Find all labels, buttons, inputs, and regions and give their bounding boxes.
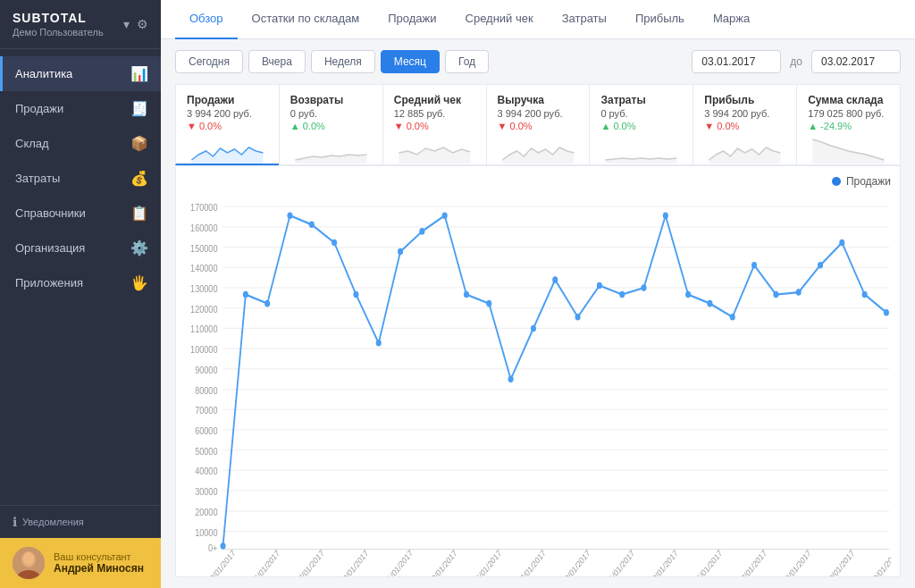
svg-text:150000: 150000 — [190, 243, 218, 254]
chart-dot — [486, 300, 491, 307]
metric-delta: ▼ 0.0% — [187, 121, 268, 131]
mini-chart-sales — [187, 135, 268, 164]
chevron-down-icon[interactable]: ▾ — [123, 17, 130, 31]
svg-text:20000: 20000 — [195, 507, 218, 517]
date-separator: до — [786, 55, 806, 68]
metric-card-profit[interactable]: Прибыль 3 994 200 руб. ▼ 0.0% — [693, 84, 796, 165]
metric-card-revenue[interactable]: Выручка 3 994 200 руб. ▼ 0.0% — [486, 84, 590, 165]
tab-avg-check[interactable]: Средний чек — [451, 0, 548, 39]
metric-delta: ▲ 0.0% — [290, 121, 372, 131]
tab-costs[interactable]: Затраты — [548, 0, 621, 39]
chart-dot — [773, 291, 778, 298]
settings-icon[interactable]: ⚙ — [137, 17, 148, 31]
sidebar-item-label: Затраты — [15, 172, 60, 185]
svg-marker-8 — [606, 158, 677, 164]
main-chart-area: Продажи 170000 160000 150000 140000 1300… — [175, 165, 901, 577]
chart-dot — [597, 282, 602, 290]
chart-container: 170000 160000 150000 140000 130000 12000… — [185, 193, 891, 576]
analytics-icon: 📊 — [130, 65, 148, 82]
svg-text:25/01/2017: 25/01/2017 — [693, 548, 724, 576]
tab-overview[interactable]: Обзор — [175, 0, 238, 39]
sidebar-item-label: Справочники — [15, 206, 86, 220]
svg-text:70000: 70000 — [195, 405, 218, 416]
svg-text:80000: 80000 — [195, 385, 218, 396]
sidebar-item-apps[interactable]: Приложения 🖐️ — [0, 265, 161, 300]
metric-card-warehouse-sum[interactable]: Сумма склада 179 025 800 руб. ▲ -24.9% — [796, 84, 901, 165]
filter-yesterday[interactable]: Вчера — [248, 50, 306, 73]
metric-card-sales[interactable]: Продажи 3 994 200 руб. ▼ 0.0% — [175, 84, 279, 165]
svg-text:50000: 50000 — [195, 446, 218, 457]
metric-title: Средний чек — [394, 94, 475, 106]
svg-text:19/01/2017: 19/01/2017 — [560, 548, 592, 576]
chart-dot — [818, 262, 823, 269]
sidebar: SUBTOTAL Демо Пользователь ▾ ⚙ Аналитика… — [0, 0, 161, 588]
main-content: Обзор Остатки по складам Продажи Средний… — [161, 0, 915, 588]
sidebar-notifications[interactable]: ℹ Уведомления — [0, 505, 161, 538]
mini-chart-costs — [600, 135, 682, 164]
mini-chart-avg-check — [394, 135, 475, 164]
svg-point-3 — [23, 552, 34, 565]
chart-dot — [398, 248, 403, 256]
chart-dot — [221, 542, 226, 550]
metric-delta: ▲ 0.0% — [600, 121, 682, 131]
svg-text:27/01/2017: 27/01/2017 — [737, 548, 768, 576]
svg-text:120000: 120000 — [190, 304, 218, 315]
chart-dot — [862, 291, 868, 298]
svg-text:160000: 160000 — [190, 223, 218, 233]
svg-text:40000: 40000 — [195, 466, 218, 477]
sidebar-header-actions: ▾ ⚙ — [123, 17, 148, 31]
chart-dot — [442, 212, 448, 219]
sidebar-item-costs[interactable]: Затраты 💰 — [0, 161, 161, 196]
legend-dot-sales — [832, 177, 841, 186]
chart-dot — [707, 300, 712, 307]
chart-dot — [751, 262, 757, 269]
filter-week[interactable]: Неделя — [311, 50, 375, 73]
apps-icon: 🖐️ — [130, 274, 148, 291]
filter-today[interactable]: Сегодня — [175, 50, 243, 73]
chart-dot — [332, 239, 337, 247]
chart-dot — [287, 212, 292, 219]
line-chart: 170000 160000 150000 140000 130000 12000… — [185, 193, 891, 576]
notifications-label: Уведомления — [22, 517, 84, 527]
costs-icon: 💰 — [130, 170, 148, 187]
metric-value: 3 994 200 руб. — [187, 108, 268, 119]
metric-delta: ▲ -24.9% — [808, 121, 889, 131]
metric-card-avg-check[interactable]: Средний чек 12 885 руб. ▼ 0.0% — [382, 84, 486, 165]
svg-text:11/01/2017: 11/01/2017 — [383, 548, 415, 576]
sidebar-item-sales[interactable]: Продажи 🧾 — [0, 91, 161, 126]
metric-card-returns[interactable]: Возвраты 0 руб. ▲ 0.0% — [279, 84, 382, 165]
filter-bar: Сегодня Вчера Неделя Месяц Год до — [161, 39, 915, 84]
svg-text:13/01/2017: 13/01/2017 — [427, 548, 458, 576]
sidebar-item-label: Организация — [15, 241, 85, 255]
sales-icon: 🧾 — [130, 100, 148, 117]
tab-margin[interactable]: Маржа — [699, 0, 764, 39]
mini-chart-revenue — [498, 135, 579, 164]
metric-card-costs[interactable]: Затраты 0 руб. ▲ 0.0% — [589, 84, 693, 165]
svg-text:0+: 0+ — [208, 542, 217, 553]
tab-stock[interactable]: Остатки по складам — [238, 0, 374, 39]
metric-title: Сумма склада — [808, 94, 889, 106]
date-to-input[interactable] — [811, 50, 901, 73]
chart-dot — [730, 314, 735, 321]
metric-title: Затраты — [600, 94, 682, 106]
sidebar-consultant[interactable]: Ваш консультант Андрей Миносян — [0, 538, 161, 588]
sidebar-user-name: Демо Пользователь — [13, 27, 104, 38]
references-icon: 📋 — [130, 205, 148, 222]
date-from-input[interactable] — [692, 50, 781, 73]
sidebar-item-analytics[interactable]: Аналитика 📊 — [0, 56, 161, 91]
svg-text:17/01/2017: 17/01/2017 — [516, 548, 548, 576]
sidebar-item-warehouse[interactable]: Склад 📦 — [0, 126, 161, 161]
filter-year[interactable]: Год — [445, 50, 489, 73]
chart-line — [223, 215, 886, 546]
sidebar-item-references[interactable]: Справочники 📋 — [0, 196, 161, 231]
filter-month[interactable]: Месяц — [381, 50, 440, 73]
metric-value: 3 994 200 руб. — [704, 108, 785, 119]
svg-text:30000: 30000 — [195, 486, 218, 497]
tab-sales[interactable]: Продажи — [374, 0, 450, 39]
svg-marker-10 — [813, 139, 885, 164]
metric-title: Прибыль — [704, 94, 785, 106]
tab-profit[interactable]: Прибыль — [621, 0, 699, 39]
metric-value: 0 руб. — [290, 108, 372, 119]
sidebar-item-organization[interactable]: Организация ⚙️ — [0, 231, 161, 265]
svg-text:15/01/2017: 15/01/2017 — [472, 548, 503, 576]
